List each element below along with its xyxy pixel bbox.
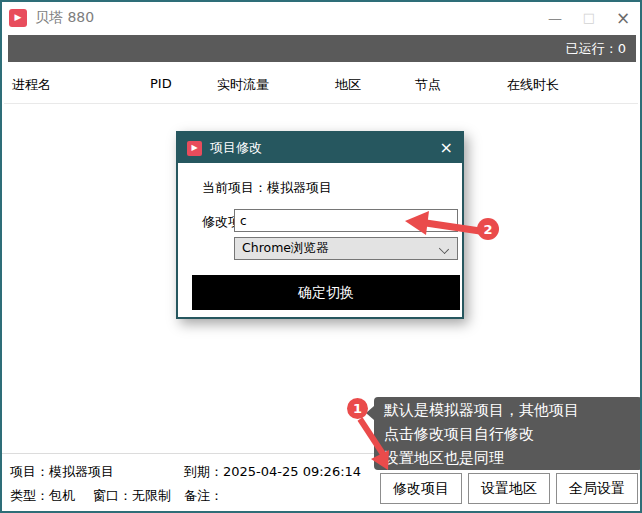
app-title: 贝塔 880 <box>35 9 94 27</box>
annotation-badge-2: 2 <box>477 218 499 240</box>
column-process-name: 进程名 <box>12 76 51 94</box>
running-label: 已运行： <box>566 40 618 58</box>
play-icon: ▶ <box>15 13 22 22</box>
confirm-switch-button[interactable]: 确定切换 <box>192 275 460 310</box>
dialog-logo-icon: ▶ <box>187 141 202 156</box>
column-pid: PID <box>150 76 172 91</box>
type-value: 包机 <box>49 488 75 503</box>
dialog-title: 项目修改 <box>210 139 262 157</box>
process-table-header: 进程名 PID 实时流量 地区 节点 在线时长 <box>2 76 640 94</box>
current-project-value: 模拟器项目 <box>267 180 332 195</box>
title-bar: ▶ 贝塔 880 — □ × <box>2 2 640 33</box>
footer-note: 备注： <box>184 487 223 505</box>
help-tooltip: 默认是模拟器项目，其他项目 点击修改项目自行修改 设置地区也是同理 <box>374 397 642 470</box>
column-node: 节点 <box>415 76 441 94</box>
chevron-down-icon <box>439 244 449 254</box>
dialog-title-bar: ▶ 项目修改 × <box>178 133 462 163</box>
window-limit-label: 窗口： <box>93 488 132 503</box>
tooltip-line: 设置地区也是同理 <box>384 446 632 470</box>
current-project-label: 当前项目： <box>202 180 267 195</box>
current-project-line: 当前项目：模拟器项目 <box>202 179 332 197</box>
tooltip-line: 默认是模拟器项目，其他项目 <box>384 398 632 422</box>
tooltip-line: 点击修改项目自行修改 <box>384 422 632 446</box>
global-settings-button[interactable]: 全局设置 <box>556 473 638 504</box>
project-modify-dialog: ▶ 项目修改 × 当前项目：模拟器项目 修改项目： Chrome浏览器 确定切换 <box>176 131 464 319</box>
dialog-close-icon[interactable]: × <box>440 140 453 156</box>
app-window: ▶ 贝塔 880 — □ × 已运行：0 进程名 PID 实时流量 地区 节点 … <box>0 0 642 513</box>
footer-project: 项目：模拟器项目 <box>10 463 114 481</box>
window-limit-value: 无限制 <box>132 488 171 503</box>
app-logo-icon: ▶ <box>9 9 27 27</box>
column-region: 地区 <box>335 76 361 94</box>
play-icon: ▶ <box>191 144 197 152</box>
maximize-icon[interactable]: □ <box>572 2 606 33</box>
set-region-button[interactable]: 设置地区 <box>468 473 550 504</box>
window-controls: — □ × <box>538 2 640 33</box>
type-label: 类型： <box>10 488 49 503</box>
project-dropdown-value: Chrome浏览器 <box>242 240 329 257</box>
column-online-duration: 在线时长 <box>507 76 559 94</box>
modify-project-input[interactable] <box>234 209 458 232</box>
annotation-badge-1: 1 <box>347 398 368 419</box>
minimize-icon[interactable]: — <box>538 2 572 33</box>
modify-project-button[interactable]: 修改项目 <box>380 473 462 504</box>
column-realtime-traffic: 实时流量 <box>217 76 269 94</box>
project-value: 模拟器项目 <box>49 464 114 479</box>
footer-type-window: 类型：包机窗口：无限制 <box>10 487 171 505</box>
footer-expire: 到期：2025-04-25 09:26:14 <box>184 463 361 481</box>
running-status-bar: 已运行：0 <box>8 35 636 62</box>
close-icon[interactable]: × <box>606 2 640 33</box>
expire-label: 到期： <box>184 464 223 479</box>
running-value: 0 <box>618 41 626 56</box>
project-label: 项目： <box>10 464 49 479</box>
project-dropdown[interactable]: Chrome浏览器 <box>234 237 458 260</box>
expire-value: 2025-04-25 09:26:14 <box>223 464 361 479</box>
note-label: 备注： <box>184 488 223 503</box>
